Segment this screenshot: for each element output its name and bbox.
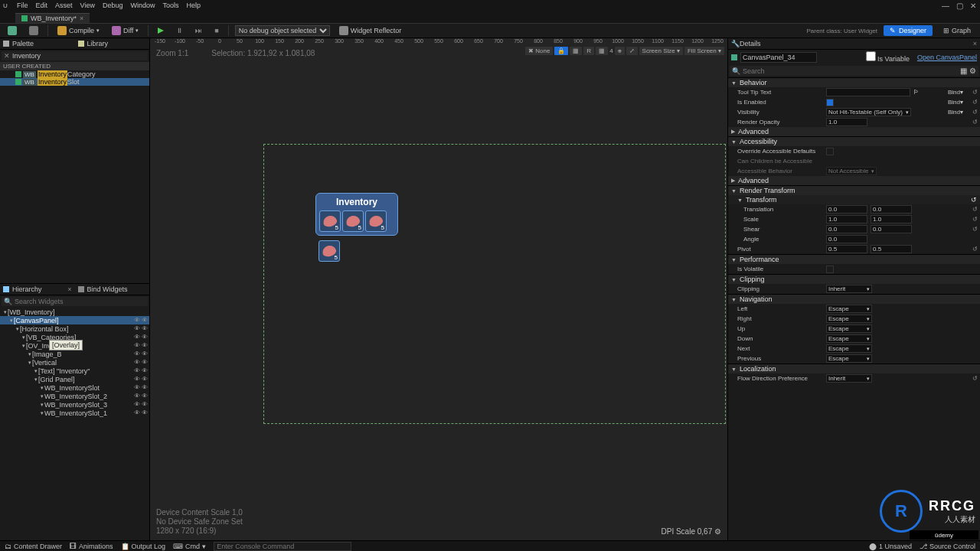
nav-next-dropdown[interactable]: Escape▾ [826, 344, 872, 353]
visibility-eye-icon[interactable]: 👁 [134, 317, 140, 324]
nav-left-dropdown[interactable]: Escape▾ [826, 305, 872, 313]
visibility-eye-icon[interactable]: 👁 [142, 342, 148, 349]
visibility-eye-icon[interactable]: 👁 [134, 409, 140, 416]
source-control-button[interactable]: ⎇Source Control [920, 543, 975, 550]
bind-dropdown[interactable]: Bind▾ [948, 89, 971, 96]
render-opacity-input[interactable]: 1.0 [826, 118, 867, 126]
palette-search-input[interactable] [12, 52, 145, 60]
none-button[interactable]: ✖ None [525, 47, 553, 55]
visibility-eye-icon[interactable]: 👁 [142, 359, 148, 366]
reset-icon[interactable]: ↺ [971, 226, 978, 233]
palette-search[interactable]: ✕ [2, 51, 148, 60]
animations-button[interactable]: 🎞Animations [70, 543, 113, 550]
window-close-icon[interactable]: ✕ [966, 0, 980, 11]
scale-y[interactable]: 1.0 [871, 215, 912, 223]
compile-button[interactable]: Compile▾ [54, 24, 103, 37]
reset-icon[interactable]: ↺ [971, 89, 978, 96]
step-button2[interactable]: ⏭ [192, 25, 205, 36]
layout-lock-icon[interactable]: 🔒 [554, 47, 568, 55]
visibility-eye-icon[interactable]: 👁 [134, 342, 140, 349]
hierarchy-search-input[interactable] [15, 298, 145, 305]
tab-close-icon[interactable]: × [80, 15, 83, 22]
section-accessibility[interactable]: ▼Accessibility [728, 137, 980, 146]
section-render-transform[interactable]: ▼Render Transform [728, 186, 980, 195]
bind-dropdown[interactable]: Bind▾ [948, 99, 971, 106]
inventory-widget[interactable]: Inventory 5 5 5 [315, 193, 398, 236]
section-performance[interactable]: ▼Performance [728, 255, 980, 264]
inventory-slot[interactable]: 5 [319, 210, 341, 232]
tooltip-text-input[interactable] [826, 88, 910, 96]
visibility-eye-icon[interactable]: 👁 [142, 317, 148, 324]
layout-btn-r[interactable]: R [583, 47, 594, 55]
open-parent-link[interactable]: Open CanvasPanel [917, 54, 977, 61]
widget-reflector-button[interactable]: Widget Reflector [336, 24, 405, 37]
scale-button[interactable]: ⤢ [626, 47, 638, 55]
details-search[interactable]: 🔍 ▦ ⚙ [730, 66, 978, 76]
grid-icon[interactable]: ▦ [596, 47, 608, 55]
hierarchy-close-icon[interactable]: × [67, 285, 71, 293]
angle-input[interactable]: 0.0 [826, 235, 867, 243]
window-maximize-icon[interactable]: ▢ [952, 0, 966, 11]
hierarchy-row[interactable]: ▾[WB_Inventory] [0, 308, 149, 316]
details-close-icon[interactable]: × [973, 40, 977, 47]
menu-asset[interactable]: Asset [55, 2, 73, 9]
section-clipping[interactable]: ▼Clipping [728, 275, 980, 284]
hierarchy-row[interactable]: ▾WB_InventorySlot👁👁 [0, 383, 149, 392]
visibility-eye-icon[interactable]: 👁 [142, 409, 148, 416]
inventory-slot[interactable]: 5 [318, 240, 340, 262]
hierarchy-row[interactable]: ▾[CanvasPanel]👁👁 [0, 316, 149, 324]
scale-x[interactable]: 1.0 [826, 215, 867, 223]
hierarchy-row[interactable]: ▾[Image_B👁👁 [0, 350, 149, 358]
reset-icon[interactable]: ↺ [971, 119, 978, 126]
is-enabled-checkbox[interactable] [826, 99, 834, 106]
visibility-eye-icon[interactable]: 👁 [142, 376, 148, 383]
menu-help[interactable]: Help [186, 2, 201, 9]
translation-y[interactable]: 0.0 [871, 205, 912, 214]
visibility-eye-icon[interactable]: 👁 [142, 384, 148, 391]
diff-button[interactable]: Diff▾ [109, 24, 142, 37]
menu-file[interactable]: File [17, 2, 28, 9]
nav-previous-dropdown[interactable]: Escape▾ [826, 354, 872, 363]
console-input[interactable] [214, 542, 351, 551]
clipping-dropdown[interactable]: Inherit▾ [826, 285, 872, 293]
menu-debug[interactable]: Debug [103, 2, 123, 9]
is-variable-checkbox[interactable] [866, 51, 876, 61]
designer-button[interactable]: ✎Designer [884, 25, 933, 36]
hierarchy-row[interactable]: ▾[Horizontal Box]👁👁 [0, 324, 149, 333]
hierarchy-row[interactable]: ▾[Grid Panel]👁👁 [0, 375, 149, 383]
pivot-x[interactable]: 0.5 [826, 245, 867, 253]
stop-button[interactable]: ■ [211, 25, 221, 36]
visibility-eye-icon[interactable]: 👁 [134, 384, 140, 391]
loc-button[interactable]: ⎈ [615, 47, 625, 55]
palette-tab[interactable]: Palette [0, 38, 75, 50]
visibility-eye-icon[interactable]: 👁 [142, 401, 148, 408]
hierarchy-row[interactable]: ▾[Vertical👁👁 [0, 358, 149, 367]
inventory-slot[interactable]: 5 [342, 210, 364, 232]
visibility-eye-icon[interactable]: 👁 [134, 376, 140, 383]
play-button[interactable] [155, 26, 167, 35]
pivot-y[interactable]: 0.5 [871, 245, 912, 253]
dpi-settings-icon[interactable]: ⚙ [714, 527, 721, 536]
pick-icon[interactable]: 🏳 [913, 89, 920, 96]
hierarchy-row[interactable]: ▾[Text] "Inventory"👁👁 [0, 367, 149, 375]
visibility-eye-icon[interactable]: 👁 [134, 350, 140, 357]
menu-edit[interactable]: Edit [36, 2, 48, 9]
override-accessible-checkbox[interactable] [826, 148, 834, 155]
visibility-eye-icon[interactable]: 👁 [134, 359, 140, 366]
hierarchy-tab[interactable]: Hierarchy× [0, 284, 75, 295]
browse-button[interactable] [26, 24, 41, 37]
details-search-input[interactable] [743, 67, 958, 75]
menu-view[interactable]: View [80, 2, 95, 9]
visibility-dropdown[interactable]: Not Hit-Testable (Self Only)▾ [826, 108, 911, 116]
screen-size-dropdown[interactable]: Screen Size ▾ [639, 47, 683, 55]
translation-x[interactable]: 0.0 [826, 205, 867, 214]
cmd-dropdown[interactable]: ⌨Cmd ▾ [173, 543, 206, 550]
section-advanced-2[interactable]: ▶Advanced [728, 176, 980, 185]
visibility-eye-icon[interactable]: 👁 [142, 393, 148, 399]
library-tab[interactable]: Library [75, 38, 150, 50]
nav-down-dropdown[interactable]: Escape▾ [826, 334, 872, 343]
menu-tools[interactable]: Tools [162, 2, 178, 9]
section-navigation[interactable]: ▼Navigation [728, 295, 980, 304]
visibility-eye-icon[interactable]: 👁 [134, 334, 140, 341]
step-button[interactable]: ⏸ [173, 25, 186, 36]
